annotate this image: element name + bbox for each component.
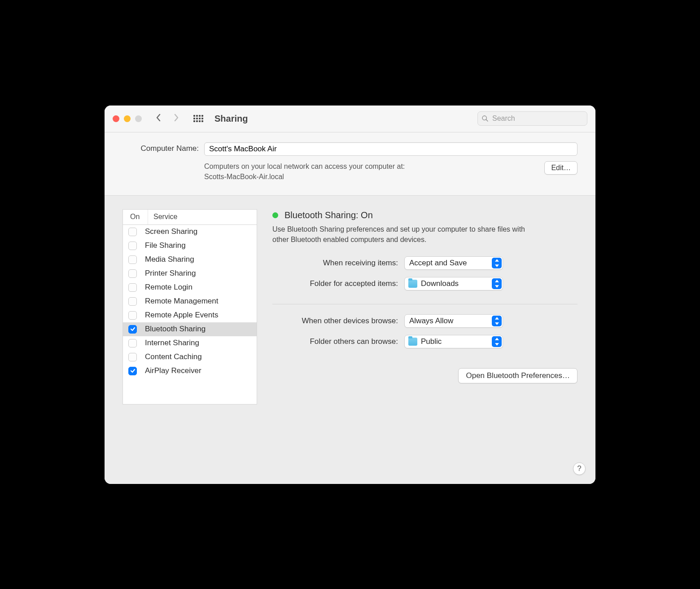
back-button[interactable]	[154, 114, 162, 124]
computer-name-label: Computer Name:	[122, 142, 199, 153]
svg-marker-8	[495, 338, 499, 340]
open-bluetooth-prefs-button[interactable]: Open Bluetooth Preferences…	[458, 368, 578, 383]
browse-action-value: Always Allow	[409, 316, 453, 325]
svg-marker-9	[495, 343, 499, 346]
svg-marker-4	[495, 280, 499, 282]
receiving-items-label: When receiving items:	[272, 259, 398, 268]
svg-marker-5	[495, 286, 499, 288]
svg-marker-3	[495, 265, 499, 267]
service-label: Remote Login	[145, 283, 257, 292]
service-row[interactable]: Content Caching	[123, 350, 257, 364]
service-row[interactable]: Internet Sharing	[123, 336, 257, 350]
search-field[interactable]	[477, 111, 587, 126]
service-label: Internet Sharing	[145, 338, 257, 347]
titlebar: Sharing	[105, 105, 595, 132]
status-title: Bluetooth Sharing: On	[284, 210, 373, 220]
svg-marker-6	[495, 317, 499, 320]
nav-buttons	[154, 114, 180, 124]
window-controls	[113, 115, 142, 122]
service-label: File Sharing	[145, 241, 257, 250]
computer-name-input[interactable]	[204, 142, 578, 156]
help-button[interactable]: ?	[573, 462, 586, 475]
browse-folder-select[interactable]: Public	[404, 335, 503, 348]
service-row[interactable]: Remote Apple Events	[123, 308, 257, 322]
service-label: AirPlay Receiver	[145, 366, 257, 375]
service-row[interactable]: AirPlay Receiver	[123, 364, 257, 378]
service-checkbox[interactable]	[128, 353, 137, 361]
services-header-on: On	[123, 210, 148, 224]
accepted-folder-label: Folder for accepted items:	[272, 279, 398, 288]
svg-line-1	[486, 119, 488, 121]
browse-folder-label: Folder others can browse:	[272, 337, 398, 346]
service-checkbox[interactable]	[128, 242, 137, 250]
status-indicator-icon	[272, 212, 278, 218]
service-checkbox[interactable]	[128, 269, 137, 278]
accepted-folder-select[interactable]: Downloads	[404, 277, 503, 290]
service-label: Printer Sharing	[145, 269, 257, 278]
service-label: Content Caching	[145, 352, 257, 361]
service-row[interactable]: Screen Sharing	[123, 225, 257, 239]
service-label: Remote Management	[145, 297, 257, 306]
computer-name-section: Computer Name: Computers on your local n…	[105, 132, 595, 196]
service-label: Media Sharing	[145, 255, 257, 264]
svg-marker-2	[495, 259, 499, 262]
accepted-folder-value: Downloads	[421, 279, 459, 288]
body: On Service Screen SharingFile SharingMed…	[105, 196, 595, 484]
service-detail: Bluetooth Sharing: On Use Bluetooth Shar…	[272, 209, 578, 474]
service-row[interactable]: Media Sharing	[123, 253, 257, 267]
zoom-window-button	[135, 115, 142, 122]
service-row[interactable]: Remote Management	[123, 294, 257, 308]
service-checkbox[interactable]	[128, 339, 137, 347]
service-row[interactable]: File Sharing	[123, 239, 257, 253]
status-line: Bluetooth Sharing: On	[272, 210, 578, 220]
service-checkbox[interactable]	[128, 325, 137, 334]
service-checkbox[interactable]	[128, 283, 137, 292]
receiving-items-value: Accept and Save	[409, 259, 467, 268]
close-window-button[interactable]	[113, 115, 119, 122]
service-checkbox[interactable]	[128, 367, 137, 375]
service-checkbox[interactable]	[128, 311, 137, 320]
stepper-icon	[492, 316, 502, 326]
service-label: Remote Apple Events	[145, 311, 257, 320]
search-icon	[481, 115, 489, 122]
svg-marker-7	[495, 323, 499, 325]
service-label: Bluetooth Sharing	[145, 325, 257, 334]
forward-button	[172, 114, 180, 124]
divider	[272, 304, 578, 304]
search-input[interactable]	[477, 111, 587, 126]
service-checkbox[interactable]	[128, 255, 137, 264]
browse-action-select[interactable]: Always Allow	[404, 314, 503, 328]
edit-hostname-button[interactable]: Edit…	[544, 161, 578, 175]
receiving-items-select[interactable]: Accept and Save	[404, 256, 503, 270]
stepper-icon	[492, 258, 502, 268]
service-row[interactable]: Remote Login	[123, 281, 257, 294]
minimize-window-button[interactable]	[124, 115, 131, 122]
service-checkbox[interactable]	[128, 228, 137, 236]
browse-label: When other devices browse:	[272, 316, 398, 325]
sharing-preferences-window: Sharing Computer Name: Computers on your…	[105, 105, 595, 484]
local-hostname-text: Computers on your local network can acce…	[204, 161, 535, 182]
stepper-icon	[492, 278, 502, 289]
services-header: On Service	[123, 210, 257, 225]
browse-folder-value: Public	[421, 337, 442, 346]
services-list: On Service Screen SharingFile SharingMed…	[122, 209, 257, 404]
window-title: Sharing	[214, 114, 248, 124]
folder-icon	[408, 280, 417, 288]
show-all-icon[interactable]	[193, 113, 204, 124]
service-label: Screen Sharing	[145, 227, 257, 236]
services-header-svc: Service	[148, 213, 177, 221]
folder-icon	[408, 338, 417, 346]
service-checkbox[interactable]	[128, 297, 137, 306]
service-description: Use Bluetooth Sharing preferences and se…	[272, 224, 542, 245]
service-row[interactable]: Bluetooth Sharing	[123, 322, 257, 336]
stepper-icon	[492, 336, 502, 347]
service-row[interactable]: Printer Sharing	[123, 267, 257, 281]
